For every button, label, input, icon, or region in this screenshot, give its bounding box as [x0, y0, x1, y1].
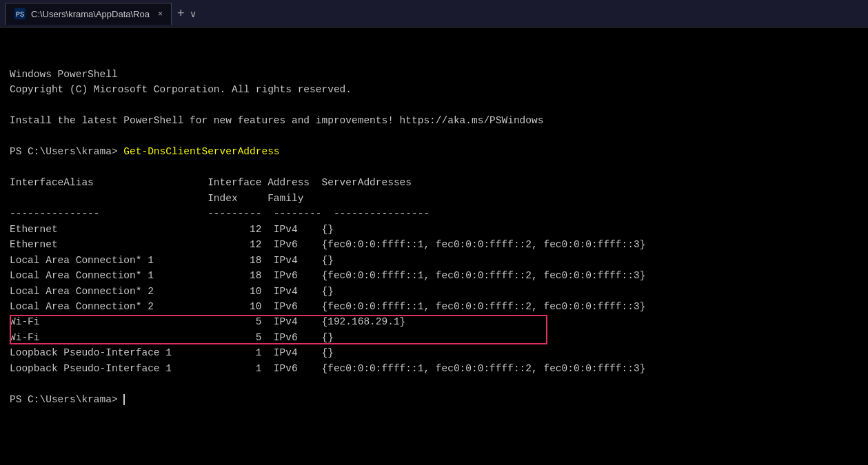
table-row: Local Area Connection* 1 18 IPv6 {fec0:0…	[10, 270, 645, 281]
titlebar: PS C:\Users\krama\AppData\Roa × + ∨	[0, 0, 868, 28]
cursor	[123, 394, 131, 405]
tab-title: C:\Users\krama\AppData\Roa	[31, 9, 150, 19]
terminal-line: Install the latest PowerShell for new fe…	[10, 115, 543, 126]
terminal-line: Copyright (C) Microsoft Corporation. All…	[10, 84, 352, 95]
tab-close-button[interactable]: ×	[158, 9, 163, 19]
table-row: Local Area Connection* 2 10 IPv4 {}	[10, 286, 334, 297]
command-prompt: PS C:\Users\krama>	[10, 146, 123, 157]
table-row: Loopback Pseudo-Interface 1 1 IPv4 {}	[10, 347, 334, 358]
terminal-text: Windows PowerShell Copyright (C) Microso…	[10, 69, 645, 405]
prompt2: PS C:\Users\krama>	[10, 394, 123, 405]
powershell-icon: PS	[14, 8, 26, 19]
command-text: Get-DnsClientServerAddress	[123, 146, 279, 157]
table-row: Ethernet 12 IPv4 {}	[10, 224, 334, 235]
terminal-line: Windows PowerShell	[10, 69, 118, 80]
table-row: Local Area Connection* 1 18 IPv4 {}	[10, 255, 334, 266]
terminal-content: Windows PowerShell Copyright (C) Microso…	[10, 51, 858, 422]
terminal-line: InterfaceAlias Interface Address ServerA…	[10, 177, 412, 188]
wifi-row: Wi-Fi 5 IPv4 {192.168.29.1}	[10, 316, 405, 327]
terminal-line: Index Family	[10, 193, 303, 204]
tab-dropdown-button[interactable]: ∨	[190, 8, 196, 19]
terminal-tab[interactable]: PS C:\Users\krama\AppData\Roa ×	[6, 3, 172, 25]
svg-text:PS: PS	[16, 11, 24, 19]
table-row: Ethernet 12 IPv6 {fec0:0:0:ffff::1, fec0…	[10, 239, 645, 250]
table-row: Local Area Connection* 2 10 IPv6 {fec0:0…	[10, 301, 645, 312]
wifi-row: Wi-Fi 5 IPv6 {}	[10, 332, 334, 343]
new-tab-button[interactable]: +	[172, 6, 190, 21]
table-row: Loopback Pseudo-Interface 1 1 IPv6 {fec0…	[10, 363, 645, 374]
terminal-window: Windows PowerShell Copyright (C) Microso…	[0, 28, 868, 465]
terminal-line: --------------- --------- -------- -----…	[10, 208, 430, 219]
